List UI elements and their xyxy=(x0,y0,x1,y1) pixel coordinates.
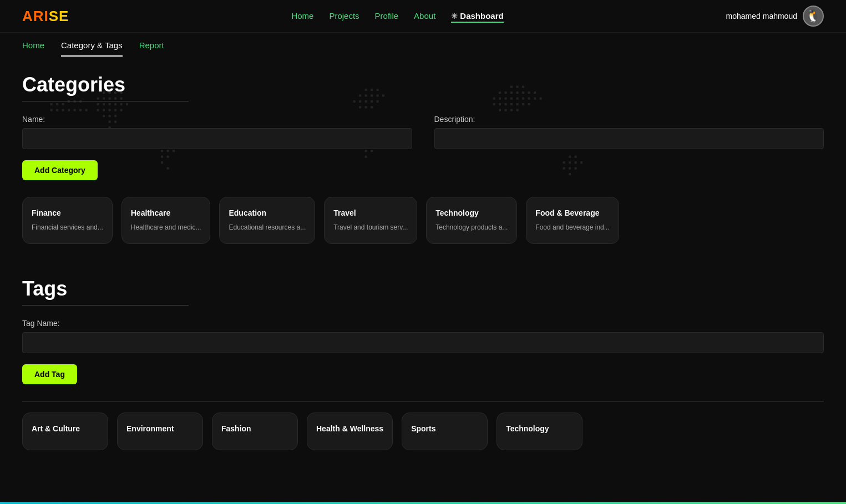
nav-links: Home Projects Profile About ✳Dashboard xyxy=(291,11,503,21)
categories-title: Categories xyxy=(22,73,824,96)
card-title: Travel xyxy=(333,208,408,217)
logo-part2: SE xyxy=(49,8,69,24)
card-title: Education xyxy=(229,208,306,217)
card-desc: Educational resources a... xyxy=(229,223,306,232)
bottom-bar xyxy=(0,502,846,504)
tags-divider xyxy=(22,305,189,306)
nav-projects[interactable]: Projects xyxy=(329,11,359,21)
description-label: Description: xyxy=(434,115,824,124)
avatar[interactable]: 🐧 xyxy=(803,6,824,27)
add-category-button[interactable]: Add Category xyxy=(22,160,98,180)
card-desc: Travel and tourism serv... xyxy=(333,223,408,232)
tags-section: Tags Tag Name: Add Tag Art & Culture Env… xyxy=(22,277,824,456)
tag-card[interactable]: Art & Culture xyxy=(22,413,108,450)
card-title: Healthcare xyxy=(131,208,201,217)
tab-category-tags[interactable]: Category & Tags xyxy=(61,40,123,57)
category-card[interactable]: Technology Technology products a... xyxy=(426,197,517,244)
logo-part1: ARI xyxy=(22,8,49,24)
sub-nav: Home Category & Tags Report xyxy=(0,33,846,57)
card-title: Food & Beverage xyxy=(535,208,609,217)
categories-form-row: Name: Description: xyxy=(22,115,824,149)
name-label: Name: xyxy=(22,115,412,124)
nav-home[interactable]: Home xyxy=(291,11,313,21)
category-card[interactable]: Food & Beverage Food and beverage ind... xyxy=(526,197,619,244)
content-wrapper: Categories Name: Description: Add Catego… xyxy=(22,73,824,456)
tag-name-label: Tag Name: xyxy=(22,319,824,328)
user-info: mohamed mahmoud 🐧 xyxy=(726,6,824,27)
categories-section: Categories Name: Description: Add Catego… xyxy=(22,73,824,250)
user-name: mohamed mahmoud xyxy=(726,12,797,21)
tab-report[interactable]: Report xyxy=(139,40,164,57)
tag-card-title: Sports xyxy=(411,424,478,433)
category-card[interactable]: Education Educational resources a... xyxy=(219,197,315,244)
tag-card[interactable]: Fashion xyxy=(212,413,298,450)
tags-cards-row: Art & Culture Environment Fashion Health… xyxy=(22,413,824,456)
tag-card-title: Health & Wellness xyxy=(316,424,383,433)
categories-cards-row: Finance Financial services and... Health… xyxy=(22,197,824,250)
description-input[interactable] xyxy=(434,128,824,149)
tag-card[interactable]: Health & Wellness xyxy=(307,413,393,450)
tag-card[interactable]: Environment xyxy=(117,413,203,450)
description-form-group: Description: xyxy=(434,115,824,149)
nav-dashboard[interactable]: ✳Dashboard xyxy=(451,11,503,23)
tag-card-title: Fashion xyxy=(221,424,288,433)
tag-card-title: Environment xyxy=(126,424,194,433)
main-content: Categories Name: Description: Add Catego… xyxy=(0,57,846,472)
dashboard-icon: ✳ xyxy=(451,12,458,21)
tag-card[interactable]: Sports xyxy=(402,413,488,450)
card-desc: Healthcare and medic... xyxy=(131,223,201,232)
tag-name-form-group: Tag Name: xyxy=(22,319,824,353)
tag-card-title: Art & Culture xyxy=(32,424,99,433)
add-tag-button[interactable]: Add Tag xyxy=(22,364,77,384)
tab-home[interactable]: Home xyxy=(22,40,44,57)
name-input[interactable] xyxy=(22,128,412,149)
card-desc: Technology products a... xyxy=(435,223,508,232)
card-desc: Financial services and... xyxy=(32,223,103,232)
category-card[interactable]: Healthcare Healthcare and medic... xyxy=(121,197,211,244)
card-title: Technology xyxy=(435,208,508,217)
tag-name-input[interactable] xyxy=(22,332,824,353)
tag-card-title: Technology xyxy=(506,424,573,433)
category-card[interactable]: Travel Travel and tourism serv... xyxy=(324,197,417,244)
avatar-icon: 🐧 xyxy=(806,9,820,23)
brand-logo[interactable]: ARISE xyxy=(22,8,69,25)
card-desc: Food and beverage ind... xyxy=(535,223,609,232)
category-card[interactable]: Finance Financial services and... xyxy=(22,197,113,244)
tag-card[interactable]: Technology xyxy=(497,413,582,450)
nav-profile[interactable]: Profile xyxy=(375,11,399,21)
nav-about[interactable]: About xyxy=(414,11,435,21)
tags-title: Tags xyxy=(22,277,824,301)
navbar: ARISE Home Projects Profile About ✳Dashb… xyxy=(0,0,846,33)
card-title: Finance xyxy=(32,208,103,217)
categories-divider xyxy=(22,101,189,101)
name-form-group: Name: xyxy=(22,115,412,149)
